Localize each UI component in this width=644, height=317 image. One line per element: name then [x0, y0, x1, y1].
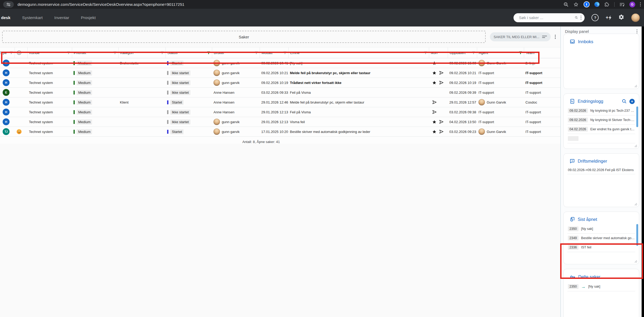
- table-row[interactable]: TJTechnet systemMediumStartetgunn garvik…: [0, 127, 560, 137]
- column-header-agent[interactable]: Agent: [477, 47, 524, 58]
- shared-case-item[interactable]: 2350→[Ny sak]: [567, 282, 635, 291]
- driftsmeldinger-title[interactable]: Driftsmeldinger: [578, 159, 607, 164]
- cell-subject[interactable]: Melde feil på brukerutstyr pc, skjerm el…: [288, 97, 429, 107]
- nav-item-servicedesk[interactable]: desk: [1, 15, 10, 20]
- bookmark-star-icon[interactable]: [573, 2, 579, 7]
- column-header-kunde[interactable]: Kunde: [27, 47, 72, 58]
- column-header-emne[interactable]: Emne: [288, 47, 429, 58]
- endringslogg-scrollbar[interactable]: [636, 106, 638, 127]
- search-icon[interactable]: [575, 15, 578, 20]
- table-row[interactable]: HTechnet systemMediumBrukerstøtteStartet…: [0, 58, 560, 68]
- filter-funnel-icon[interactable]: [424, 51, 427, 55]
- table-row[interactable]: HTechnet systemMediumKlientStartetAnne H…: [0, 97, 560, 107]
- cell-type: H: [0, 107, 15, 117]
- cell-subject[interactable]: Feil på Visma: [288, 88, 429, 97]
- browser-menu-icon[interactable]: [640, 2, 641, 6]
- quick-create-icon[interactable]: +: [606, 15, 611, 20]
- saved-filter-chip[interactable]: SAKER TIL MEG ELLER MI...: [490, 32, 551, 41]
- site-settings-button[interactable]: [3, 1, 14, 8]
- nav-item-prosjekt[interactable]: Prosjekt: [81, 15, 96, 20]
- filter-funnel-icon[interactable]: [113, 51, 117, 55]
- recently-opened-item[interactable]: 2350[Ny sak]: [567, 224, 635, 234]
- table-row[interactable]: HTechnet systemMediumIkke startetAnne Ha…: [0, 107, 560, 117]
- cell-subject[interactable]: Bestille skriver med automatisk godkjenn…: [288, 127, 429, 136]
- search-input[interactable]: [518, 15, 572, 20]
- column-header-type[interactable]: Type: [0, 47, 15, 58]
- changelog-item[interactable]: [567, 134, 635, 143]
- sist-apnet-title[interactable]: Sist åpnet: [578, 217, 597, 222]
- case-id: 2350: [568, 284, 578, 289]
- help-icon[interactable]: ?: [591, 14, 599, 21]
- extension-1password-icon[interactable]: [584, 1, 590, 7]
- cell-agent: Gunn Garvik: [477, 97, 524, 107]
- table-row[interactable]: HTechnet systemMediumIkke startetgunn ga…: [0, 117, 560, 127]
- filter-funnel-icon[interactable]: [255, 51, 258, 55]
- shared-cases-key-icon: [569, 274, 576, 280]
- case-search-box[interactable]: [514, 13, 585, 22]
- changelog-item[interactable]: 09.02.2026Ny knytning til Skriver Tech-2…: [567, 115, 635, 125]
- column-header-bruker[interactable]: Bruker: [212, 47, 260, 58]
- cell-user: Anne Hansen: [212, 107, 260, 117]
- recently-opened-item[interactable]: 2336IST feil: [567, 243, 635, 252]
- column-header-team[interactable]: Team: [524, 47, 560, 58]
- filter-funnel-icon[interactable]: [283, 51, 287, 55]
- table-menu-icon[interactable]: [555, 35, 556, 39]
- extension-copilot-icon[interactable]: [594, 2, 599, 7]
- table-row[interactable]: HTechnet systemMediumIkke startetgunn ga…: [0, 68, 560, 78]
- cell-smiley: [15, 78, 27, 87]
- nav-item-systemkart[interactable]: Systemkart: [22, 15, 43, 20]
- cell-subject[interactable]: Visma feil: [288, 117, 429, 127]
- cell-subject[interactable]: Feil på Visma: [288, 107, 429, 117]
- column-header-oppdatert[interactable]: Oppdatert: [448, 47, 477, 58]
- delte-saker-title[interactable]: Delte saker: [578, 274, 600, 279]
- filter-funnel-icon[interactable]: [160, 51, 164, 55]
- saker-drop-zone[interactable]: Saker: [2, 31, 486, 43]
- cell-subject[interactable]: Melde feil på brukerutstyr pc, skjerm el…: [288, 68, 429, 78]
- column-header-ikon[interactable]: Ikon: [429, 47, 448, 58]
- table-row[interactable]: HTechnet systemMediumIkke startetgunn ga…: [0, 78, 560, 88]
- column-header-kategori[interactable]: Kategori: [118, 47, 166, 58]
- resize-handle-icon[interactable]: [634, 203, 637, 206]
- endringslogg-title[interactable]: Endringslogg: [578, 99, 603, 104]
- changelog-item[interactable]: 04.02.2026Eier endret fra gunn garvik ti…: [567, 125, 635, 134]
- filter-funnel-icon[interactable]: [10, 51, 13, 55]
- nav-item-inventar[interactable]: Inventar: [54, 15, 69, 20]
- cell-subject[interactable]: Trådløst nett virker fortsatt ikke: [288, 78, 429, 87]
- filter-funnel-icon-active[interactable]: [207, 51, 210, 55]
- avatar: [214, 70, 220, 76]
- user-avatar[interactable]: [631, 14, 640, 22]
- innboks-link[interactable]: Innboks: [567, 37, 635, 47]
- resize-handle-icon[interactable]: [634, 260, 637, 263]
- changelog-item[interactable]: 09.02.2026Ny knytning til pc Tech-237 -G…: [567, 106, 635, 115]
- filter-funnel-icon[interactable]: [472, 51, 475, 55]
- recently-opened-item[interactable]: 2349Bestille skriver med automatisk godk…: [567, 234, 635, 243]
- column-header-status[interactable]: Status: [166, 47, 212, 58]
- display-panel-menu-icon[interactable]: [637, 29, 637, 33]
- column-header-prioritet[interactable]: Prioritet: [72, 47, 118, 58]
- filter-funnel-icon[interactable]: [67, 51, 70, 55]
- nav-right-actions: ? +: [514, 13, 640, 22]
- changelog-date: [568, 136, 578, 141]
- endringslogg-add-icon[interactable]: +: [629, 99, 635, 104]
- resize-handle-icon[interactable]: [634, 145, 637, 147]
- settings-gear-icon[interactable]: [618, 14, 624, 21]
- url-text[interactable]: demogunn.moreservice.com/ServiceDesk/Ser…: [18, 2, 184, 7]
- column-header-mottatt[interactable]: Mottatt: [260, 47, 288, 58]
- media-controls-icon[interactable]: [619, 2, 625, 7]
- extensions-puzzle-icon[interactable]: [604, 2, 610, 7]
- sist-apnet-scrollbar[interactable]: [636, 224, 638, 246]
- case-subject: [Ny sak]: [588, 285, 600, 288]
- changelog-icon: [569, 99, 575, 104]
- filter-funnel-icon-active[interactable]: [519, 51, 522, 55]
- browser-profile-avatar[interactable]: G: [629, 2, 635, 7]
- endringslogg-search-icon[interactable]: [622, 99, 627, 104]
- zoom-out-icon[interactable]: [563, 2, 569, 7]
- search-options-icon[interactable]: [581, 16, 581, 20]
- saker-table: TypeKundePrioritetKategoriStatusBrukerMo…: [0, 47, 560, 144]
- cell-smiley: [15, 107, 27, 117]
- resize-handle-icon[interactable]: [634, 85, 637, 87]
- operations-message-item[interactable]: 09.02.2026->09.02.2026 Feil på IST Ekste…: [567, 166, 635, 174]
- column-header-smiley[interactable]: [15, 47, 27, 58]
- table-row[interactable]: ETechnet systemMediumIkke startetAnne Ha…: [0, 88, 560, 97]
- cell-subject[interactable]: [Ny sak]: [288, 58, 429, 68]
